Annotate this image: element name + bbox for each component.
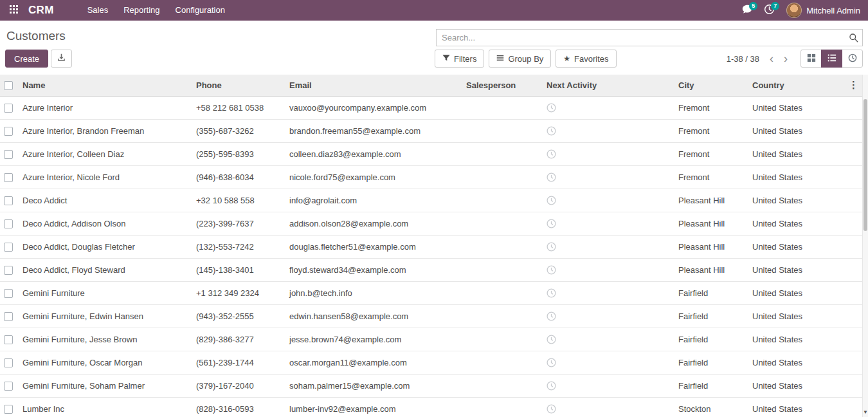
cell-phone[interactable]: (255)-595-8393 (190, 142, 283, 165)
next-activity-clock-icon[interactable] (547, 103, 556, 113)
cell-salesperson[interactable] (460, 258, 540, 281)
cell-name[interactable]: Gemini Furniture, Jesse Brown (16, 328, 190, 351)
pager-next-button[interactable]: › (779, 50, 793, 67)
cell-phone[interactable]: (223)-399-7637 (190, 212, 283, 235)
next-activity-clock-icon[interactable] (547, 335, 556, 344)
row-checkbox[interactable] (4, 289, 13, 298)
cell-phone[interactable]: (828)-316-0593 (190, 397, 283, 417)
table-row[interactable]: Gemini Furniture, Jesse Brown(829)-386-3… (0, 328, 862, 351)
search-input[interactable] (437, 33, 844, 42)
cell-phone[interactable]: (145)-138-3401 (190, 258, 283, 281)
activities-button[interactable]: 7 (758, 0, 780, 21)
cell-name[interactable]: Azure Interior, Nicole Ford (16, 165, 190, 189)
table-row[interactable]: Deco Addict+32 10 588 558info@agrolait.c… (0, 189, 862, 212)
col-header-city[interactable]: City (672, 75, 746, 96)
table-row[interactable]: Azure Interior, Colleen Diaz(255)-595-83… (0, 142, 862, 165)
cell-email[interactable]: lumber-inv92@example.com (283, 397, 460, 417)
cell-salesperson[interactable] (460, 189, 540, 212)
cell-phone[interactable]: (132)-553-7242 (190, 235, 283, 258)
app-name[interactable]: CRM (28, 4, 54, 17)
cell-next-activity[interactable] (540, 374, 672, 397)
next-activity-clock-icon[interactable] (547, 196, 556, 205)
cell-next-activity[interactable] (540, 165, 672, 189)
table-row[interactable]: Deco Addict, Douglas Fletcher(132)-553-7… (0, 235, 862, 258)
cell-next-activity[interactable] (540, 397, 672, 417)
row-checkbox[interactable] (4, 104, 13, 113)
scrollbar[interactable]: ▼ (862, 75, 868, 417)
cell-name[interactable]: Gemini Furniture, Soham Palmer (16, 374, 190, 397)
cell-next-activity[interactable] (540, 328, 672, 351)
cell-name[interactable]: Lumber Inc (16, 397, 190, 417)
cell-email[interactable]: colleen.diaz83@example.com (283, 142, 460, 165)
cell-email[interactable]: floyd.steward34@example.com (283, 258, 460, 281)
cell-name[interactable]: Gemini Furniture, Edwin Hansen (16, 304, 190, 328)
cell-salesperson[interactable] (460, 165, 540, 189)
cell-salesperson[interactable] (460, 212, 540, 235)
create-button[interactable]: Create (5, 50, 48, 68)
table-row[interactable]: Gemini Furniture, Soham Palmer(379)-167-… (0, 374, 862, 397)
row-checkbox[interactable] (4, 127, 13, 136)
cell-next-activity[interactable] (540, 119, 672, 142)
row-checkbox[interactable] (4, 358, 13, 367)
favorites-button[interactable]: ★ Favorites (556, 50, 616, 68)
table-row[interactable]: Gemini Furniture, Edwin Hansen(943)-352-… (0, 304, 862, 328)
menu-configuration[interactable]: Configuration (168, 0, 233, 21)
cell-salesperson[interactable] (460, 281, 540, 304)
cell-name[interactable]: Gemini Furniture, Oscar Morgan (16, 351, 190, 374)
cell-next-activity[interactable] (540, 235, 672, 258)
cell-country[interactable]: United States (746, 258, 823, 281)
cell-country[interactable]: United States (746, 281, 823, 304)
cell-city[interactable]: Fremont (672, 142, 746, 165)
cell-city[interactable]: Fairfield (672, 304, 746, 328)
scrollbar-down-arrow[interactable]: ▼ (863, 409, 868, 416)
cell-city[interactable]: Fairfield (672, 351, 746, 374)
cell-salesperson[interactable] (460, 397, 540, 417)
next-activity-clock-icon[interactable] (547, 126, 556, 136)
cell-name[interactable]: Deco Addict, Douglas Fletcher (16, 235, 190, 258)
cell-email[interactable]: vauxoo@yourcompany.example.com (283, 96, 460, 119)
cell-city[interactable]: Fairfield (672, 374, 746, 397)
next-activity-clock-icon[interactable] (547, 265, 556, 275)
messages-button[interactable]: 5 (736, 0, 758, 21)
apps-menu-button[interactable] (5, 2, 22, 19)
cell-country[interactable]: United States (746, 96, 823, 119)
table-row[interactable]: Azure Interior+58 212 681 0538vauxoo@you… (0, 96, 862, 119)
cell-salesperson[interactable] (460, 96, 540, 119)
table-row[interactable]: Deco Addict, Floyd Steward(145)-138-3401… (0, 258, 862, 281)
cell-next-activity[interactable] (540, 96, 672, 119)
col-header-phone[interactable]: Phone (190, 75, 283, 96)
next-activity-clock-icon[interactable] (547, 172, 556, 182)
cell-email[interactable]: jesse.brown74@example.com (283, 328, 460, 351)
next-activity-clock-icon[interactable] (547, 149, 556, 159)
col-header-name[interactable]: Name (16, 75, 190, 96)
filters-button[interactable]: Filters (435, 50, 484, 68)
table-row[interactable]: Azure Interior, Brandon Freeman(355)-687… (0, 119, 862, 142)
next-activity-clock-icon[interactable] (547, 219, 556, 228)
cell-name[interactable]: Deco Addict (16, 189, 190, 212)
cell-email[interactable]: nicole.ford75@example.com (283, 165, 460, 189)
row-checkbox[interactable] (4, 312, 13, 321)
search-icon[interactable] (844, 33, 862, 42)
cell-email[interactable]: brandon.freeman55@example.com (283, 119, 460, 142)
row-checkbox[interactable] (4, 219, 13, 228)
cell-city[interactable]: Pleasant Hill (672, 189, 746, 212)
cell-salesperson[interactable] (460, 351, 540, 374)
kanban-view-button[interactable] (800, 50, 822, 68)
next-activity-clock-icon[interactable] (547, 404, 556, 414)
cell-next-activity[interactable] (540, 258, 672, 281)
cell-next-activity[interactable] (540, 142, 672, 165)
cell-name[interactable]: Gemini Furniture (16, 281, 190, 304)
menu-reporting[interactable]: Reporting (116, 0, 167, 21)
cell-country[interactable]: United States (746, 374, 823, 397)
cell-name[interactable]: Azure Interior, Colleen Diaz (16, 142, 190, 165)
row-checkbox[interactable] (4, 335, 13, 344)
next-activity-clock-icon[interactable] (547, 242, 556, 252)
optional-columns-toggle[interactable]: ⋮ (849, 80, 858, 90)
cell-country[interactable]: United States (746, 189, 823, 212)
cell-country[interactable]: United States (746, 397, 823, 417)
cell-salesperson[interactable] (460, 119, 540, 142)
cell-country[interactable]: United States (746, 119, 823, 142)
table-row[interactable]: Lumber Inc(828)-316-0593lumber-inv92@exa… (0, 397, 862, 417)
next-activity-clock-icon[interactable] (547, 311, 556, 321)
user-menu[interactable]: Mitchell Admin (786, 3, 863, 18)
